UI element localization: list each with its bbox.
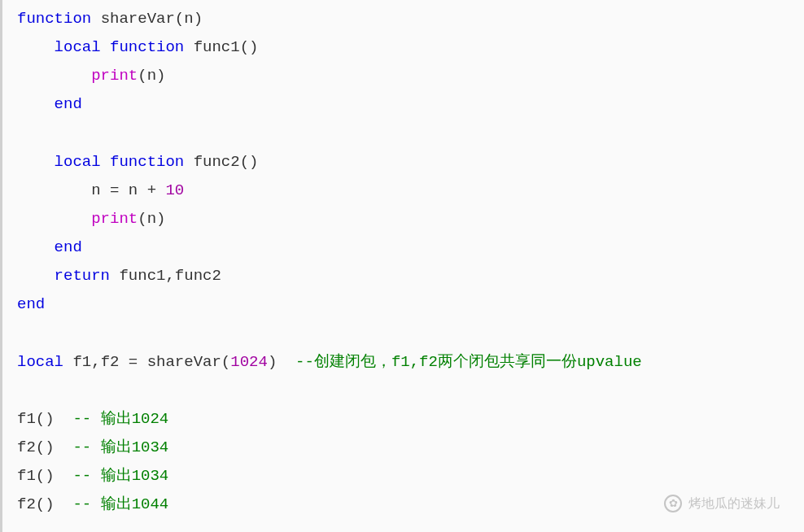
- code-line: function shareVar(n): [17, 5, 804, 33]
- keyword-local: local: [55, 38, 101, 56]
- identifier: f1(): [17, 410, 72, 428]
- comment: --创建闭包，f1,f2两个闭包共享同一份upvalue: [295, 353, 642, 371]
- blank-line: [17, 377, 804, 405]
- code-block: function shareVar(n) local function func…: [17, 5, 804, 520]
- identifier: func1,func2: [119, 267, 221, 285]
- keyword-function: function: [110, 38, 184, 56]
- comment: -- 输出1024: [72, 410, 168, 428]
- watermark: ✿ 烤地瓜的迷妹儿: [664, 491, 780, 516]
- identifier: n = n +: [91, 181, 165, 199]
- keyword-return: return: [55, 267, 110, 285]
- keyword-function: function: [17, 10, 91, 28]
- code-line: print(n): [17, 205, 804, 233]
- space: [101, 153, 110, 171]
- comment: -- 输出1034: [72, 467, 168, 485]
- indent: [17, 153, 55, 171]
- code-line: print(n): [17, 62, 804, 90]
- function-call-print: print: [91, 67, 138, 85]
- space: [101, 38, 110, 56]
- indent: [17, 181, 91, 199]
- identifier: func2(): [194, 153, 259, 171]
- code-line: f1() -- 输出1034: [17, 462, 804, 491]
- identifier: f1(): [17, 467, 72, 485]
- code-line: local f1,f2 = shareVar(1024) --创建闭包，f1,f…: [17, 348, 804, 377]
- indent: [17, 210, 91, 228]
- indent: [17, 67, 91, 85]
- space: [184, 153, 193, 171]
- identifier: ): [268, 353, 295, 371]
- keyword-end: end: [55, 238, 82, 256]
- identifier: (n): [138, 67, 165, 85]
- code-line: return func1,func2: [17, 262, 804, 290]
- identifier: func1(): [194, 38, 259, 56]
- keyword-end: end: [17, 295, 45, 313]
- code-line: end: [17, 290, 804, 319]
- space: [184, 38, 193, 56]
- code-line: end: [17, 233, 804, 262]
- code-line: n = n + 10: [17, 177, 804, 205]
- comment: -- 输出1044: [72, 495, 168, 513]
- code-line: local function func1(): [17, 33, 804, 62]
- code-line: f2() -- 输出1034: [17, 434, 804, 462]
- keyword-function: function: [110, 153, 184, 171]
- keyword-local: local: [55, 153, 101, 171]
- identifier: (n): [138, 210, 165, 228]
- blank-line: [17, 120, 804, 148]
- identifier: shareVar(n): [101, 10, 203, 28]
- code-line: f1() -- 输出1024: [17, 405, 804, 434]
- identifier: f2(): [17, 438, 72, 456]
- function-call-print: print: [91, 210, 138, 228]
- watermark-icon: ✿: [664, 495, 682, 512]
- indent: [17, 238, 55, 256]
- watermark-text: 烤地瓜的迷妹儿: [688, 491, 780, 516]
- number-literal: 10: [165, 181, 184, 199]
- space: [110, 267, 119, 285]
- identifier: f2(): [17, 495, 72, 513]
- number-literal: 1024: [230, 353, 268, 371]
- keyword-local: local: [17, 353, 63, 371]
- space: [63, 353, 72, 371]
- indent: [17, 38, 55, 56]
- comment: -- 输出1034: [72, 438, 168, 456]
- indent: [17, 95, 55, 113]
- identifier: f1,f2 = shareVar(: [72, 353, 230, 371]
- code-line: end: [17, 90, 804, 119]
- space: [91, 10, 100, 28]
- keyword-end: end: [55, 95, 82, 113]
- blank-line: [17, 320, 804, 348]
- code-line: local function func2(): [17, 148, 804, 177]
- indent: [17, 267, 55, 285]
